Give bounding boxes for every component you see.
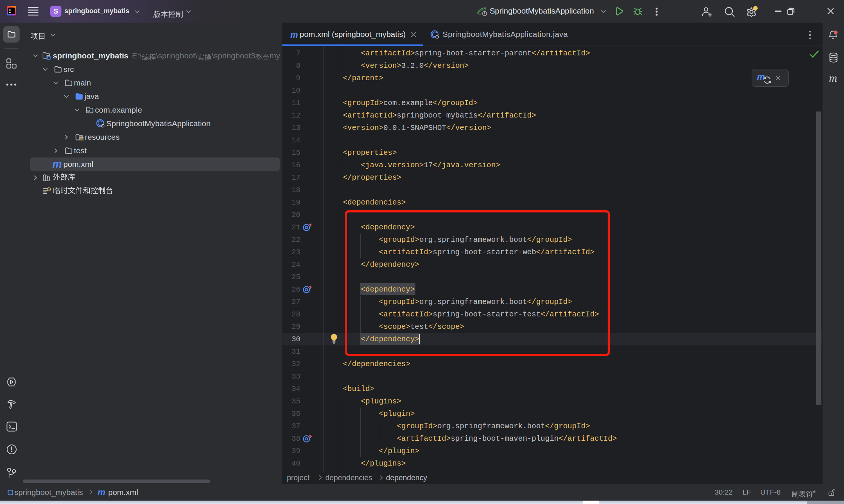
svg-text:IJ: IJ [9, 8, 12, 12]
